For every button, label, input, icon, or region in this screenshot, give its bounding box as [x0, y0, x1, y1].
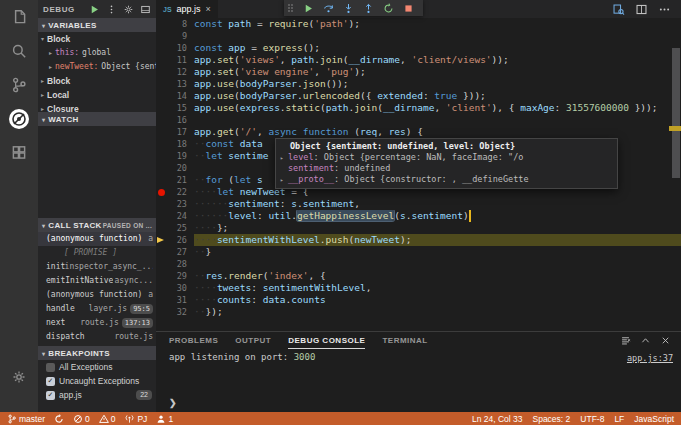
- gutter-margin[interactable]: [156, 234, 167, 246]
- variables-scope-block[interactable]: ▸Block: [38, 74, 156, 88]
- section-header-watch[interactable]: ▾ WATCH: [38, 112, 156, 126]
- call-stack-frame[interactable]: nextroute.js137:13: [38, 316, 156, 330]
- gutter-margin[interactable]: [156, 294, 167, 306]
- gutter-margin[interactable]: [156, 258, 167, 270]
- call-stack-frame[interactable]: (anonymous function)a: [38, 232, 156, 246]
- panel-tab-problems[interactable]: PROBLEMS: [169, 333, 218, 348]
- status-item-encoding[interactable]: UTF-8: [580, 414, 604, 424]
- variable-row-this[interactable]: ▸this:global: [38, 46, 156, 60]
- section-header-call-stack[interactable]: ▾ CALL STACK PAUSED ON ...: [38, 218, 156, 232]
- code-line-10[interactable]: 10const app = express();: [156, 42, 681, 54]
- step-into-button[interactable]: [343, 3, 354, 14]
- start-debug-button[interactable]: [89, 4, 100, 15]
- status-item-eol[interactable]: LF: [614, 414, 624, 424]
- code-line-9[interactable]: 9: [156, 30, 681, 42]
- breakpoint-icon[interactable]: [158, 189, 165, 196]
- step-over-button[interactable]: [323, 3, 334, 14]
- hover-property-row[interactable]: sentiment: undefined: [276, 163, 617, 174]
- panel-tab-output[interactable]: OUTPUT: [235, 333, 271, 348]
- activity-bar-item-settings[interactable]: [0, 360, 38, 394]
- gutter-margin[interactable]: [156, 246, 167, 258]
- section-header-breakpoints[interactable]: ▾ BREAKPOINTS: [38, 346, 156, 360]
- gutter-margin[interactable]: [156, 126, 167, 138]
- status-item-errors[interactable]: 0: [73, 414, 90, 424]
- drag-handle[interactable]: [288, 4, 294, 13]
- code-line-30[interactable]: 30····tweets: sentimentWithLevel,: [156, 282, 681, 294]
- hover-property-row[interactable]: ▸level: Object {percentage: NaN, faceIma…: [276, 152, 617, 163]
- open-preview-button[interactable]: [612, 3, 625, 16]
- hover-property-row[interactable]: ▸__proto__: Object {constructor: , __def…: [276, 174, 617, 185]
- editor-scrollbar[interactable]: [672, 48, 680, 178]
- gutter-margin[interactable]: [156, 198, 167, 210]
- stop-button[interactable]: [403, 3, 414, 14]
- call-stack-frame[interactable]: initinspector_async_...: [38, 260, 156, 274]
- call-stack-frame[interactable]: (anonymous function)a: [38, 288, 156, 302]
- status-item-language-mode[interactable]: JavaScript: [634, 414, 674, 424]
- status-item-cursor-position[interactable]: Ln 24, Col 33: [472, 414, 523, 424]
- code-line-11[interactable]: 11app.set('views', path.join(__dirname, …: [156, 54, 681, 66]
- status-item-warnings[interactable]: 0: [99, 414, 116, 424]
- gutter-margin[interactable]: [156, 78, 167, 90]
- code-line-26[interactable]: 26····sentimentWithLevel.push(newTweet);: [156, 234, 681, 246]
- activity-bar-item-debug[interactable]: [0, 102, 38, 136]
- clear-console-button[interactable]: [620, 335, 631, 346]
- code-line-16[interactable]: 16: [156, 114, 681, 126]
- code-line-31[interactable]: 31····counts: data.counts: [156, 294, 681, 306]
- close-panel-button[interactable]: [660, 335, 671, 346]
- gutter-margin[interactable]: [156, 150, 167, 162]
- chevron-right-icon[interactable]: ▸: [280, 152, 288, 163]
- status-item-indentation[interactable]: Spaces: 2: [532, 414, 570, 424]
- call-stack-frame[interactable]: handlelayer.js95:5: [38, 302, 156, 316]
- code-line-12[interactable]: 12app.set('view engine', 'pug');: [156, 66, 681, 78]
- gutter-margin[interactable]: [156, 54, 167, 66]
- status-item-sync[interactable]: [54, 414, 64, 424]
- gutter-margin[interactable]: [156, 114, 167, 126]
- chevron-right-icon[interactable]: ▸: [38, 102, 47, 112]
- continue-button[interactable]: [303, 3, 314, 14]
- gutter-margin[interactable]: [156, 306, 167, 318]
- panel-tab-debug-console[interactable]: DEBUG CONSOLE: [288, 333, 365, 349]
- activity-bar-item-explorer[interactable]: [0, 0, 38, 34]
- gutter-margin[interactable]: [156, 186, 167, 198]
- variables-scope-closure[interactable]: ▸Closure: [38, 102, 156, 112]
- code-line-13[interactable]: 13app.use(bodyParser.json());: [156, 78, 681, 90]
- config-dropdown-button[interactable]: [106, 4, 117, 15]
- status-item-live-share[interactable]: PJ: [124, 413, 147, 424]
- code-line-29[interactable]: 29··res.render('index', {: [156, 270, 681, 282]
- code-line-28[interactable]: 28: [156, 258, 681, 270]
- gutter-margin[interactable]: [156, 30, 167, 42]
- maximize-panel-button[interactable]: [640, 335, 651, 346]
- gutter-margin[interactable]: [156, 282, 167, 294]
- chevron-right-icon[interactable]: ▸: [46, 46, 55, 60]
- gutter-margin[interactable]: [156, 210, 167, 222]
- gutter-margin[interactable]: [156, 270, 167, 282]
- gutter-margin[interactable]: [156, 90, 167, 102]
- chevron-right-icon[interactable]: ▸: [38, 74, 47, 88]
- code-line-32[interactable]: 32··});: [156, 306, 681, 318]
- gutter-margin[interactable]: [156, 174, 167, 186]
- checkbox[interactable]: ✓: [46, 391, 55, 400]
- breakpoint-row[interactable]: ✓app.js22: [38, 388, 156, 402]
- toggle-debug-console-button[interactable]: [140, 4, 151, 15]
- gutter-margin[interactable]: [156, 102, 167, 114]
- restart-button[interactable]: [383, 3, 394, 14]
- call-stack-frame[interactable]: dispatchroute.js: [38, 330, 156, 344]
- tab-app-js[interactable]: JS app.js ×: [156, 0, 218, 18]
- call-stack-frame[interactable]: [ PROMISE ]: [38, 246, 156, 260]
- variables-scope-local[interactable]: ▸Local: [38, 88, 156, 102]
- console-input-prompt[interactable]: ❯: [169, 398, 177, 408]
- variable-row-newTweet[interactable]: ▸newTweet:Object {sent.: [38, 60, 156, 74]
- chevron-down-icon[interactable]: ▾: [38, 32, 47, 46]
- code-line-24[interactable]: 24······level: util.getHappinessLevel(s.…: [156, 210, 681, 222]
- gutter-margin[interactable]: [156, 42, 167, 54]
- debug-settings-button[interactable]: [123, 4, 134, 15]
- gutter-margin[interactable]: [156, 138, 167, 150]
- chevron-right-icon[interactable]: ▸: [46, 60, 55, 74]
- close-tab-icon[interactable]: ×: [206, 4, 211, 14]
- gutter-margin[interactable]: [156, 66, 167, 78]
- code-line-15[interactable]: 15app.use(express.static(path.join(__dir…: [156, 102, 681, 114]
- status-item-branch[interactable]: master: [7, 414, 45, 424]
- more-actions-button[interactable]: [658, 3, 671, 16]
- panel-tab-terminal[interactable]: TERMINAL: [382, 333, 427, 348]
- split-editor-button[interactable]: [635, 3, 648, 16]
